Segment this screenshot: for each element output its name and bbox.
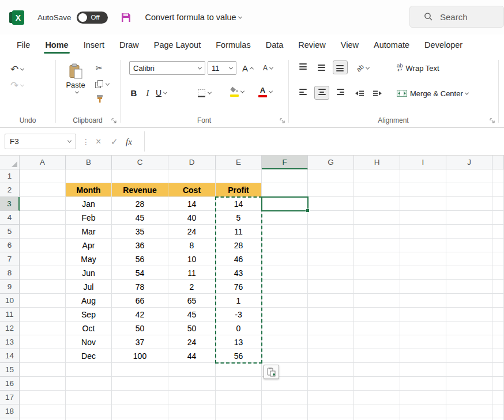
cell[interactable] <box>308 169 354 183</box>
row-header-14[interactable]: 14 <box>0 349 20 363</box>
cell[interactable] <box>400 239 446 252</box>
cell[interactable] <box>308 294 354 308</box>
cell[interactable] <box>308 404 354 418</box>
row-header-12[interactable]: 12 <box>0 321 20 335</box>
cell[interactable] <box>400 183 446 197</box>
cell[interactable] <box>112 363 168 377</box>
cell[interactable]: 35 <box>112 225 168 239</box>
cell[interactable] <box>354 197 400 211</box>
cell[interactable] <box>400 211 446 225</box>
cell[interactable] <box>308 377 354 391</box>
cell[interactable] <box>308 183 354 197</box>
column-header-b[interactable]: B <box>66 156 112 169</box>
cell[interactable] <box>354 377 400 391</box>
align-center-button[interactable] <box>315 86 329 99</box>
format-painter-button[interactable] <box>96 93 104 105</box>
autosave-toggle[interactable]: Off <box>77 12 108 24</box>
cell[interactable] <box>400 377 446 391</box>
cell[interactable] <box>354 280 400 294</box>
cell[interactable]: 50 <box>112 321 168 335</box>
row-header-2[interactable]: 2 <box>0 183 20 197</box>
cell[interactable] <box>262 225 308 239</box>
cell[interactable] <box>216 377 262 391</box>
cell[interactable]: 11 <box>216 225 262 239</box>
cell[interactable] <box>354 266 400 280</box>
cell[interactable]: 76 <box>216 280 262 294</box>
cell[interactable] <box>168 391 216 404</box>
cell[interactable] <box>216 404 262 418</box>
cell[interactable] <box>20 349 66 363</box>
cell[interactable]: 28 <box>112 197 168 211</box>
cell[interactable] <box>20 225 66 239</box>
cell[interactable] <box>400 280 446 294</box>
cell[interactable] <box>20 294 66 308</box>
cell[interactable] <box>262 308 308 321</box>
cell[interactable]: May <box>66 252 112 266</box>
menu-tab-draw[interactable]: Draw <box>112 35 146 55</box>
cell[interactable] <box>20 377 66 391</box>
row-header-4[interactable]: 4 <box>0 211 20 225</box>
cell[interactable] <box>20 335 66 349</box>
menu-tab-review[interactable]: Review <box>291 35 333 55</box>
undo-button[interactable]: ↶ <box>10 62 24 76</box>
cell[interactable] <box>112 377 168 391</box>
cell[interactable] <box>262 294 308 308</box>
cell[interactable] <box>400 169 446 183</box>
cell[interactable]: 8 <box>168 239 216 252</box>
cell[interactable] <box>308 391 354 404</box>
cell[interactable] <box>354 169 400 183</box>
cell[interactable] <box>168 363 216 377</box>
cell[interactable] <box>66 363 112 377</box>
formula-input[interactable] <box>144 131 504 152</box>
search-box[interactable]: Search <box>409 6 504 28</box>
cell[interactable]: 56 <box>112 252 168 266</box>
cell[interactable] <box>112 391 168 404</box>
merge-center-button[interactable]: Merge & Center <box>397 86 468 100</box>
orientation-button[interactable]: ab <box>356 62 369 74</box>
cell[interactable] <box>400 266 446 280</box>
cell[interactable] <box>354 349 400 363</box>
menu-tab-view[interactable]: View <box>333 35 366 55</box>
paste-button[interactable]: Paste <box>60 60 91 113</box>
cell[interactable]: 2 <box>168 280 216 294</box>
cell[interactable] <box>354 225 400 239</box>
bold-button[interactable]: B <box>128 85 140 100</box>
cell[interactable] <box>446 183 492 197</box>
cell[interactable] <box>308 266 354 280</box>
cell[interactable] <box>400 335 446 349</box>
cell[interactable]: 37 <box>112 335 168 349</box>
wrap-text-button[interactable]: ab↩ Wrap Text <box>397 61 439 75</box>
cell[interactable]: Oct <box>66 321 112 335</box>
row-header-11[interactable]: 11 <box>0 308 20 321</box>
cell[interactable]: Jul <box>66 280 112 294</box>
italic-button[interactable]: I <box>143 85 152 100</box>
cell[interactable]: Dec <box>66 349 112 363</box>
menu-tab-developer[interactable]: Developer <box>417 35 470 55</box>
cell[interactable] <box>20 363 66 377</box>
cell[interactable]: -3 <box>216 308 262 321</box>
cell[interactable] <box>262 280 308 294</box>
cell[interactable]: Nov <box>66 335 112 349</box>
cell[interactable] <box>446 197 492 211</box>
clipboard-dialog-launcher-icon[interactable] <box>111 118 117 124</box>
cell[interactable] <box>20 197 66 211</box>
cell[interactable]: 1 <box>216 294 262 308</box>
menu-tab-page-layout[interactable]: Page Layout <box>146 35 208 55</box>
paste-options-button[interactable] <box>264 365 279 379</box>
cell[interactable]: 14 <box>168 197 216 211</box>
cell[interactable]: Jan <box>66 197 112 211</box>
underline-button[interactable]: U <box>156 85 167 100</box>
increase-indent-button[interactable] <box>373 89 382 98</box>
cell[interactable] <box>20 266 66 280</box>
cell[interactable] <box>262 197 308 211</box>
cell[interactable] <box>20 239 66 252</box>
row-header-13[interactable]: 13 <box>0 335 20 349</box>
cell[interactable] <box>308 211 354 225</box>
cell[interactable]: 24 <box>168 335 216 349</box>
cell[interactable] <box>262 266 308 280</box>
row-header-18[interactable]: 18 <box>0 404 20 418</box>
copy-button[interactable] <box>95 78 109 90</box>
font-color-button[interactable]: A <box>258 84 272 99</box>
column-header-h[interactable]: H <box>354 156 400 169</box>
row-header-3[interactable]: 3 <box>0 197 20 211</box>
